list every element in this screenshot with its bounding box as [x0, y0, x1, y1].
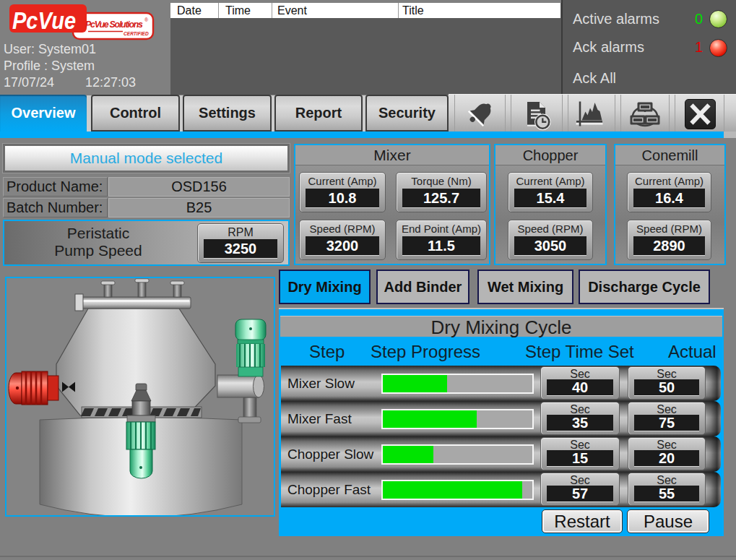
svg-text:®: ® [144, 17, 149, 22]
svg-text:PcVue Solutions: PcVue Solutions [85, 20, 143, 30]
svg-text:CERTIFIED: CERTIFIED [124, 31, 149, 36]
svg-text:PcVue: PcVue [12, 7, 76, 34]
